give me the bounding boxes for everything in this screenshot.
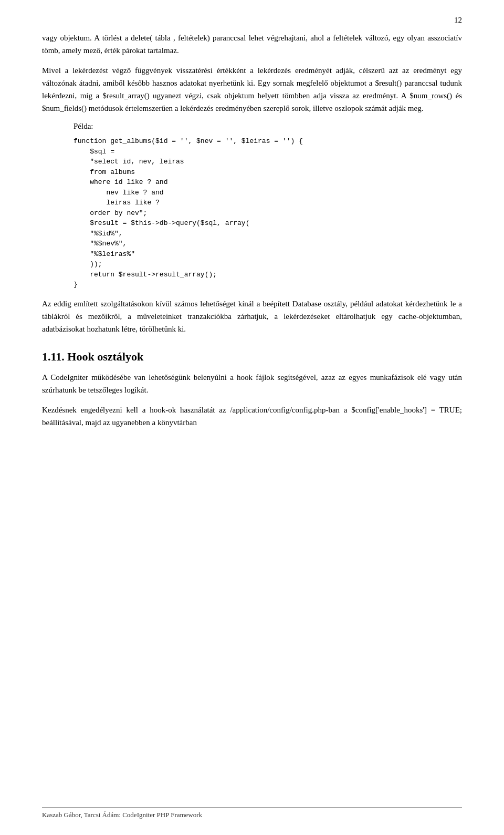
example-label: Példa: <box>74 122 462 131</box>
paragraph-4: A CodeIgniter működésébe van lehetőségün… <box>42 371 462 396</box>
section-number: 1.11. <box>42 350 67 363</box>
code-block: function get_albums($id = '', $nev = '',… <box>74 136 462 290</box>
paragraph-2: Mivel a lekérdezést végző függvények vis… <box>42 64 462 115</box>
page-number: 12 <box>454 16 462 25</box>
paragraph-5: Kezdésnek engedélyezni kell a hook-ok ha… <box>42 404 462 429</box>
paragraph-3: Az eddig említett szolgáltatásokon kívül… <box>42 297 462 335</box>
paragraph-1: vagy objektum. A törlést a delete( tábla… <box>42 32 462 57</box>
section-heading: 1.11. Hook osztályok <box>42 350 462 364</box>
section-title: Hook osztályok <box>67 350 143 363</box>
footer: Kaszab Gábor, Tarcsi Ádám: CodeIgniter P… <box>42 807 462 819</box>
footer-text: Kaszab Gábor, Tarcsi Ádám: CodeIgniter P… <box>42 811 202 819</box>
page: 12 vagy objektum. A törlést a delete( tá… <box>0 0 504 835</box>
